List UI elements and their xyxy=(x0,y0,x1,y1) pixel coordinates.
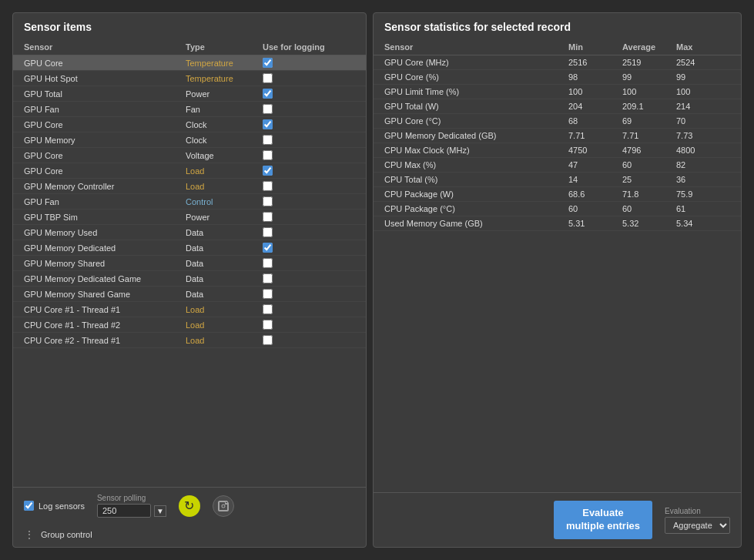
log-checkbox-cell[interactable] xyxy=(263,320,340,330)
log-checkbox[interactable] xyxy=(263,104,273,114)
sensor-table-scroll[interactable]: GPU Core Temperature GPU Hot Spot Temper… xyxy=(13,55,366,487)
table-row[interactable]: GPU Core Load xyxy=(13,163,366,179)
polling-input[interactable] xyxy=(97,504,151,518)
stats-min: 14 xyxy=(568,175,622,184)
log-checkbox-cell[interactable] xyxy=(263,73,340,83)
sensor-name: GPU Memory Used xyxy=(24,228,186,237)
log-checkbox-cell[interactable] xyxy=(263,196,340,206)
sensor-name: GPU Memory xyxy=(24,136,186,145)
log-checkbox-cell[interactable] xyxy=(263,289,340,299)
table-row[interactable]: GPU Memory Shared Data xyxy=(13,256,366,271)
stats-average: 71.8 xyxy=(622,189,676,199)
stats-average: 209.1 xyxy=(622,102,676,111)
log-checkbox[interactable] xyxy=(263,135,273,145)
log-checkbox-cell[interactable] xyxy=(263,119,340,129)
stats-table-row[interactable]: CPU Max Clock (MHz) 4750 4796 4800 xyxy=(374,143,741,158)
stats-table-row[interactable]: GPU Limit Time (%) 100 100 100 xyxy=(374,85,741,99)
stats-table-row[interactable]: CPU Package (W) 68.6 71.8 75.9 xyxy=(374,187,741,202)
log-checkbox-cell[interactable] xyxy=(263,273,340,283)
sensor-name: CPU Core #2 - Thread #1 xyxy=(24,336,186,345)
log-checkbox[interactable] xyxy=(263,73,273,83)
table-row[interactable]: GPU Core Temperature xyxy=(13,55,366,71)
log-checkbox-cell[interactable] xyxy=(263,335,340,345)
log-checkbox[interactable] xyxy=(263,335,273,345)
stats-table-row[interactable]: CPU Total (%) 14 25 36 xyxy=(374,173,741,187)
stats-table-row[interactable]: CPU Max (%) 47 60 82 xyxy=(374,158,741,173)
log-checkbox-cell[interactable] xyxy=(263,104,340,114)
log-checkbox[interactable] xyxy=(263,304,273,314)
table-row[interactable]: GPU Total Power xyxy=(13,86,366,102)
table-row[interactable]: GPU Memory Shared Game Data xyxy=(13,287,366,302)
evaluate-button[interactable]: Evaluatemultiple entries xyxy=(554,501,652,539)
log-checkbox-cell[interactable] xyxy=(263,243,340,253)
right-col-min: Min xyxy=(568,42,622,52)
log-checkbox-cell[interactable] xyxy=(263,150,340,160)
log-checkbox[interactable] xyxy=(263,58,273,68)
sensor-type: Clock xyxy=(186,120,263,129)
sensor-items-panel: Sensor items Sensor Type Use for logging… xyxy=(12,12,367,548)
polling-dropdown-arrow[interactable]: ▼ xyxy=(154,505,166,517)
table-row[interactable]: CPU Core #2 - Thread #1 Load xyxy=(13,333,366,348)
log-checkbox-cell[interactable] xyxy=(263,212,340,222)
log-checkbox[interactable] xyxy=(263,212,273,222)
table-row[interactable]: GPU Fan Control xyxy=(13,194,366,210)
log-checkbox-cell[interactable] xyxy=(263,181,340,191)
save-button[interactable] xyxy=(213,495,234,517)
log-checkbox[interactable] xyxy=(263,258,273,268)
table-row[interactable]: GPU Core Clock xyxy=(13,117,366,132)
sensor-type: Power xyxy=(186,89,263,99)
log-checkbox[interactable] xyxy=(263,320,273,330)
log-checkbox[interactable] xyxy=(263,196,273,206)
table-row[interactable]: GPU Hot Spot Temperature xyxy=(13,71,366,86)
stats-table-row[interactable]: GPU Core (%) 98 99 99 xyxy=(374,70,741,85)
table-row[interactable]: GPU Core Voltage xyxy=(13,148,366,163)
log-checkbox[interactable] xyxy=(263,289,273,299)
stats-table-row[interactable]: CPU Package (°C) 60 60 61 xyxy=(374,202,741,216)
stats-table-scroll[interactable]: GPU Core (MHz) 2516 2519 2524 GPU Core (… xyxy=(374,55,741,492)
stats-min: 4750 xyxy=(568,146,622,155)
log-checkbox[interactable] xyxy=(263,227,273,237)
log-checkbox-cell[interactable] xyxy=(263,166,340,176)
left-bottom-bar: Log sensors Sensor polling ▼ ↻ xyxy=(13,487,366,524)
stats-min: 68.6 xyxy=(568,189,622,199)
refresh-button[interactable]: ↻ xyxy=(179,495,200,517)
log-sensors-checkbox[interactable] xyxy=(24,501,34,511)
log-checkbox-cell[interactable] xyxy=(263,135,340,145)
group-control-dots-icon[interactable]: ⋮ xyxy=(24,528,35,541)
stats-table-row[interactable]: GPU Core (MHz) 2516 2519 2524 xyxy=(374,55,741,70)
table-row[interactable]: GPU TBP Sim Power xyxy=(13,210,366,225)
log-checkbox[interactable] xyxy=(263,243,273,253)
log-checkbox-cell[interactable] xyxy=(263,258,340,268)
right-bottom-bar: Evaluatemultiple entries Evaluation Aggr… xyxy=(374,492,741,547)
log-checkbox[interactable] xyxy=(263,166,273,176)
save-icon xyxy=(217,500,230,512)
sensor-type: Fan xyxy=(186,105,263,114)
stats-table-row[interactable]: GPU Total (W) 204 209.1 214 xyxy=(374,99,741,114)
log-checkbox-cell[interactable] xyxy=(263,227,340,237)
table-row[interactable]: GPU Memory Controller Load xyxy=(13,179,366,194)
log-checkbox-cell[interactable] xyxy=(263,304,340,314)
table-row[interactable]: GPU Memory Clock xyxy=(13,132,366,148)
log-checkbox-cell[interactable] xyxy=(263,89,340,99)
stats-table-row[interactable]: Used Memory Game (GB) 5.31 5.32 5.34 xyxy=(374,216,741,231)
log-checkbox[interactable] xyxy=(263,89,273,99)
table-row[interactable]: CPU Core #1 - Thread #2 Load xyxy=(13,317,366,333)
table-row[interactable]: GPU Fan Fan xyxy=(13,102,366,117)
sensor-name: GPU Memory Controller xyxy=(24,182,186,191)
log-checkbox[interactable] xyxy=(263,181,273,191)
log-checkbox-cell[interactable] xyxy=(263,58,340,68)
log-checkbox[interactable] xyxy=(263,150,273,160)
log-checkbox[interactable] xyxy=(263,273,273,283)
log-checkbox[interactable] xyxy=(263,119,273,129)
stats-max: 61 xyxy=(676,204,730,213)
table-row[interactable]: CPU Core #1 - Thread #1 Load xyxy=(13,302,366,317)
log-sensors-label[interactable]: Log sensors xyxy=(39,501,85,511)
table-row[interactable]: GPU Memory Used Data xyxy=(13,225,366,240)
evaluation-select[interactable]: Aggregate Min Max Average xyxy=(665,517,730,534)
table-row[interactable]: GPU Memory Dedicated Game Data xyxy=(13,271,366,287)
sensor-name: GPU Hot Spot xyxy=(24,74,186,83)
table-row[interactable]: GPU Memory Dedicated Data xyxy=(13,240,366,256)
stats-table-row[interactable]: GPU Core (°C) 68 69 70 xyxy=(374,114,741,129)
stats-table-row[interactable]: GPU Memory Dedicated (GB) 7.71 7.71 7.73 xyxy=(374,129,741,143)
sensor-type: Clock xyxy=(186,136,263,145)
